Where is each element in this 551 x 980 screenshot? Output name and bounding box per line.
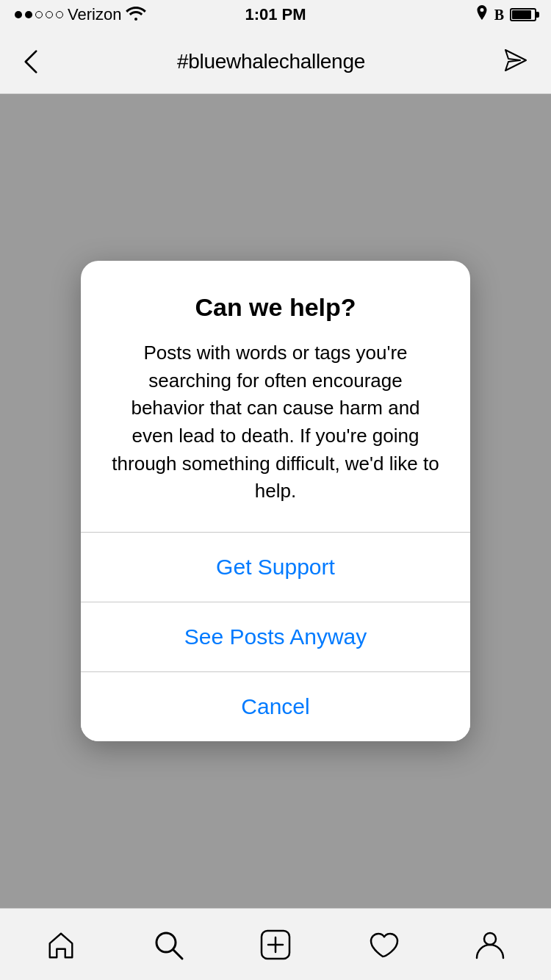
- status-left: Verizon: [15, 4, 146, 25]
- signal-dot-3: [35, 11, 43, 18]
- svg-point-6: [484, 933, 496, 945]
- send-button[interactable]: [503, 47, 529, 76]
- modal-title: Can we help?: [110, 293, 441, 322]
- location-icon: [475, 5, 489, 24]
- tab-search[interactable]: [132, 928, 205, 962]
- page-title: #bluewhalechallenge: [177, 50, 365, 73]
- tab-activity[interactable]: [346, 929, 419, 961]
- tab-profile[interactable]: [453, 929, 527, 961]
- tab-home[interactable]: [24, 929, 98, 960]
- tab-bar: [0, 908, 551, 980]
- modal-body: Can we help? Posts with words or tags yo…: [81, 261, 470, 532]
- signal-dot-5: [56, 11, 63, 18]
- main-content: Can we help? Posts with words or tags yo…: [0, 94, 551, 908]
- tab-add[interactable]: [239, 929, 312, 961]
- status-time: 1:01 PM: [245, 5, 306, 24]
- nav-header: #bluewhalechallenge: [0, 29, 551, 94]
- wifi-icon: [126, 4, 146, 25]
- svg-marker-0: [505, 50, 526, 71]
- cancel-button[interactable]: Cancel: [81, 672, 470, 741]
- signal-dot-1: [15, 11, 22, 18]
- status-bar: Verizon 1:01 PM B: [0, 0, 551, 29]
- see-posts-button[interactable]: See Posts Anyway: [81, 602, 470, 671]
- signal-icon: [15, 11, 63, 18]
- carrier-label: Verizon: [68, 5, 121, 24]
- modal-overlay: Can we help? Posts with words or tags yo…: [0, 94, 551, 908]
- back-button[interactable]: [22, 48, 40, 75]
- modal-message: Posts with words or tags you're searchin…: [110, 339, 441, 505]
- help-dialog: Can we help? Posts with words or tags yo…: [81, 261, 470, 741]
- get-support-button[interactable]: Get Support: [81, 533, 470, 602]
- battery-icon: [510, 8, 536, 21]
- signal-dot-4: [46, 11, 53, 18]
- svg-line-2: [173, 950, 182, 959]
- signal-dot-2: [25, 11, 32, 18]
- bluetooth-icon: B: [494, 7, 504, 24]
- status-right: B: [475, 5, 536, 24]
